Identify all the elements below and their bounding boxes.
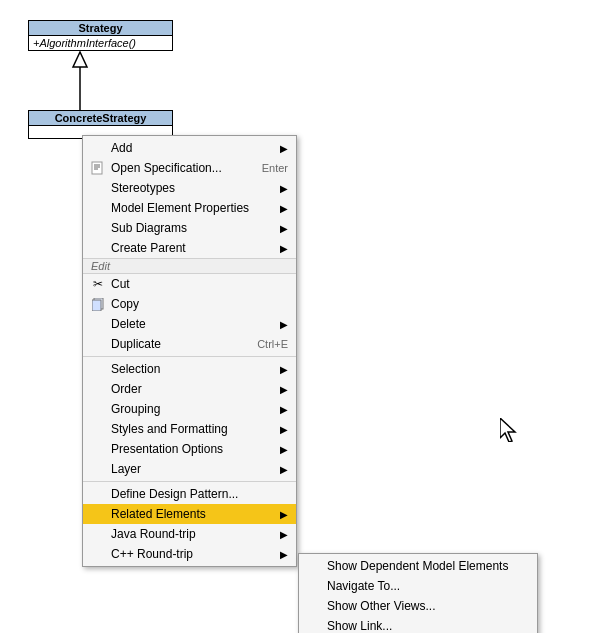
order-arrow: ▶ xyxy=(280,384,288,395)
menu-item-copy[interactable]: Copy xyxy=(83,294,296,314)
related-elements-arrow: ▶ xyxy=(280,509,288,520)
concrete-strategy-title: ConcreteStrategy xyxy=(29,111,172,126)
add-label: Add xyxy=(111,141,272,155)
menu-item-styles-formatting[interactable]: Styles and Formatting ▶ xyxy=(83,419,296,439)
define-design-pattern-label: Define Design Pattern... xyxy=(111,487,288,501)
create-parent-arrow: ▶ xyxy=(280,243,288,254)
menu-item-create-parent[interactable]: Create Parent ▶ xyxy=(83,238,296,258)
navigate-to-label: Navigate To... xyxy=(327,579,529,593)
menu-item-add[interactable]: Add ▶ xyxy=(83,138,296,158)
menu-item-stereotypes[interactable]: Stereotypes ▶ xyxy=(83,178,296,198)
menu-item-open-spec[interactable]: Open Specification... Enter xyxy=(83,158,296,178)
strategy-body: +AlgorithmInterface() xyxy=(29,36,172,50)
context-menu: Add ▶ Open Specification... Enter Stereo… xyxy=(82,135,297,567)
styles-formatting-arrow: ▶ xyxy=(280,424,288,435)
menu-item-grouping[interactable]: Grouping ▶ xyxy=(83,399,296,419)
java-round-trip-label: Java Round-trip xyxy=(111,527,272,541)
delete-label: Delete xyxy=(111,317,272,331)
create-parent-label: Create Parent xyxy=(111,241,272,255)
cut-label: Cut xyxy=(111,277,288,291)
grouping-arrow: ▶ xyxy=(280,404,288,415)
add-arrow: ▶ xyxy=(280,143,288,154)
menu-item-presentation-options[interactable]: Presentation Options ▶ xyxy=(83,439,296,459)
selection-arrow: ▶ xyxy=(280,364,288,375)
open-spec-label: Open Specification... xyxy=(111,161,242,175)
model-element-props-arrow: ▶ xyxy=(280,203,288,214)
strategy-title: Strategy xyxy=(29,21,172,36)
show-other-views-label: Show Other Views... xyxy=(327,599,529,613)
menu-item-selection[interactable]: Selection ▶ xyxy=(83,359,296,379)
menu-item-model-element-props[interactable]: Model Element Properties ▶ xyxy=(83,198,296,218)
submenu-item-show-dependent[interactable]: Show Dependent Model Elements xyxy=(299,556,537,576)
sep-after-duplicate xyxy=(83,356,296,357)
open-spec-shortcut: Enter xyxy=(262,162,288,174)
menu-item-related-elements[interactable]: Related Elements ▶ xyxy=(83,504,296,524)
menu-item-delete[interactable]: Delete ▶ xyxy=(83,314,296,334)
sub-diagrams-label: Sub Diagrams xyxy=(111,221,272,235)
submenu-item-navigate-to[interactable]: Navigate To... xyxy=(299,576,537,596)
java-round-trip-arrow: ▶ xyxy=(280,529,288,540)
submenu-item-show-link[interactable]: Show Link... xyxy=(299,616,537,633)
related-elements-label: Related Elements xyxy=(111,507,272,521)
copy-label: Copy xyxy=(111,297,288,311)
layer-label: Layer xyxy=(111,462,272,476)
model-element-props-label: Model Element Properties xyxy=(111,201,272,215)
sep-after-layer xyxy=(83,481,296,482)
submenu-item-show-other-views[interactable]: Show Other Views... xyxy=(299,596,537,616)
menu-item-java-round-trip[interactable]: Java Round-trip ▶ xyxy=(83,524,296,544)
sub-diagrams-arrow: ▶ xyxy=(280,223,288,234)
presentation-options-label: Presentation Options xyxy=(111,442,272,456)
selection-label: Selection xyxy=(111,362,272,376)
cut-icon: ✂ xyxy=(89,277,107,291)
menu-item-define-design-pattern[interactable]: Define Design Pattern... xyxy=(83,484,296,504)
menu-item-order[interactable]: Order ▶ xyxy=(83,379,296,399)
copy-icon xyxy=(89,298,107,311)
menu-item-duplicate[interactable]: Duplicate Ctrl+E xyxy=(83,334,296,354)
strategy-uml-box: Strategy +AlgorithmInterface() xyxy=(28,20,173,51)
open-spec-icon xyxy=(89,161,107,175)
duplicate-label: Duplicate xyxy=(111,337,237,351)
edit-section-label: Edit xyxy=(83,258,296,274)
presentation-options-arrow: ▶ xyxy=(280,444,288,455)
svg-rect-7 xyxy=(92,300,101,311)
svg-marker-1 xyxy=(73,52,87,67)
show-link-label: Show Link... xyxy=(327,619,529,633)
svg-rect-2 xyxy=(92,162,102,174)
menu-item-layer[interactable]: Layer ▶ xyxy=(83,459,296,479)
duplicate-shortcut: Ctrl+E xyxy=(257,338,288,350)
stereotypes-arrow: ▶ xyxy=(280,183,288,194)
layer-arrow: ▶ xyxy=(280,464,288,475)
cpp-round-trip-arrow: ▶ xyxy=(280,549,288,560)
cpp-round-trip-label: C++ Round-trip xyxy=(111,547,272,561)
menu-item-sub-diagrams[interactable]: Sub Diagrams ▶ xyxy=(83,218,296,238)
stereotypes-label: Stereotypes xyxy=(111,181,272,195)
grouping-label: Grouping xyxy=(111,402,272,416)
order-label: Order xyxy=(111,382,272,396)
styles-formatting-label: Styles and Formatting xyxy=(111,422,272,436)
delete-arrow: ▶ xyxy=(280,319,288,330)
menu-item-cut[interactable]: ✂ Cut xyxy=(83,274,296,294)
related-elements-submenu: Show Dependent Model Elements Navigate T… xyxy=(298,553,538,633)
show-dependent-label: Show Dependent Model Elements xyxy=(327,559,529,573)
menu-item-cpp-round-trip[interactable]: C++ Round-trip ▶ xyxy=(83,544,296,564)
